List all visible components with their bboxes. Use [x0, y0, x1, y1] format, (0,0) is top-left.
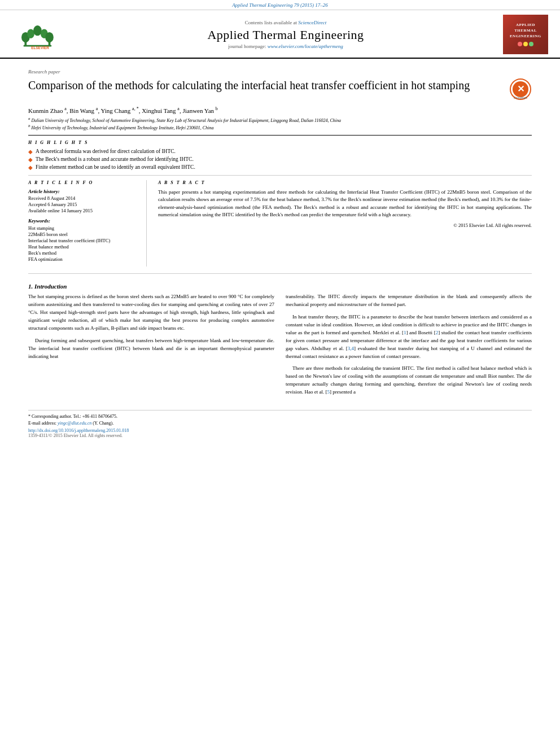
intro-section: 1. Introduction The hot stamping process…	[28, 283, 532, 401]
paper-body: Research paper Comparison of the methods…	[0, 59, 560, 444]
author-3: Ying Chang a, *,	[100, 107, 140, 114]
article-info-col: A R T I C L E I N F O Article history: R…	[28, 180, 147, 267]
ref-2[interactable]: 2	[436, 330, 439, 335]
author-2: Bin Wang a,	[69, 107, 99, 114]
svg-text:CrossMark: CrossMark	[514, 96, 528, 99]
highlight-item-1: ◆ A theoretical formula was derived for …	[28, 148, 532, 155]
ref-1[interactable]: 1	[404, 330, 406, 335]
paper-title: Comparison of the methods for calculatin…	[28, 78, 504, 93]
available-date: Available online 14 January 2015	[28, 208, 137, 213]
bullet-3: ◆	[28, 164, 33, 171]
author-1: Kunmin Zhao a,	[28, 107, 68, 114]
keyword-2: 22MnB5 boron steel	[28, 231, 137, 237]
intro-para-3: transferability. The IHTC directly impac…	[286, 293, 532, 309]
journal-thumbnail: APPLIEDTHERMALENGINEERING	[503, 15, 548, 54]
abstract-text: This paper presents a hot stamping exper…	[158, 189, 532, 219]
intro-para-4: In heat transfer theory, the IHTC is a p…	[286, 313, 532, 361]
intro-para-2: During forming and subsequent quenching,…	[28, 337, 274, 361]
science-direct-link[interactable]: ScienceDirect	[298, 20, 326, 25]
divider-3	[28, 273, 532, 274]
crossmark-area[interactable]: ✕ CrossMark	[509, 78, 532, 101]
authors-line: Kunmin Zhao a, Bin Wang a, Ying Chang a,…	[28, 106, 532, 114]
journal-header-center: Contents lists available at ScienceDirec…	[71, 20, 500, 49]
svg-text:ELSEVIER: ELSEVIER	[31, 46, 49, 50]
bullet-1: ◆	[28, 148, 33, 155]
ref-3-4[interactable]: 3,4	[348, 346, 354, 351]
journal-ref-bar: Applied Thermal Engineering 79 (2015) 17…	[0, 0, 560, 10]
journal-title: Applied Thermal Engineering	[71, 28, 500, 42]
svg-text:✕: ✕	[517, 84, 524, 94]
elsevier-logo: ELSEVIER	[18, 19, 63, 50]
journal-thumbnail-area: APPLIEDTHERMALENGINEERING	[500, 15, 551, 54]
elsevier-tree-icon: ELSEVIER	[18, 19, 63, 50]
article-info-label: A R T I C L E I N F O	[28, 180, 137, 185]
footnote-section: * Corresponding author. Tel.: +86 411 84…	[28, 410, 532, 438]
abstract-col: A B S T R A C T This paper presents a ho…	[158, 180, 532, 267]
divider-1	[28, 135, 532, 136]
intro-col-right: transferability. The IHTC directly impac…	[286, 293, 532, 401]
intro-title: 1. Introduction	[28, 283, 532, 290]
highlights-section: H I G H L I G H T S ◆ A theoretical form…	[28, 140, 532, 171]
ref-5[interactable]: 5	[327, 389, 330, 395]
keyword-3: Interfacial heat transfer coefficient (I…	[28, 238, 137, 243]
intro-two-col: The hot stamping process is defined as t…	[28, 293, 532, 401]
history-title: Article history:	[28, 189, 137, 194]
author-4: Xinghui Tang a,	[142, 107, 181, 114]
highlights-label: H I G H L I G H T S	[28, 140, 532, 145]
article-info-abstract: A R T I C L E I N F O Article history: R…	[28, 180, 532, 267]
issn-line: 1359-4311/© 2015 Elsevier Ltd. All right…	[28, 433, 532, 438]
affiliation-2: b Hefei University of Technology, Indust…	[28, 124, 532, 130]
svg-point-2	[27, 29, 34, 38]
keyword-5: Beck's method	[28, 250, 137, 256]
elsevier-logo-area: ELSEVIER	[9, 19, 71, 50]
crossmark-icon: ✕ CrossMark	[510, 78, 531, 100]
keyword-6: FEA optimization	[28, 256, 137, 262]
science-direct-line: Contents lists available at ScienceDirec…	[71, 20, 500, 25]
journal-homepage: journal homepage: www.elsevier.com/locat…	[71, 43, 500, 49]
received-date: Received 8 August 2014	[28, 195, 137, 201]
affiliation-1: a Dalian University of Technology, Schoo…	[28, 116, 532, 123]
svg-point-3	[33, 25, 42, 36]
paper-type-label: Research paper	[28, 69, 532, 75]
keywords-section: Keywords: Hot stamping 22MnB5 boron stee…	[28, 218, 137, 262]
copyright-line: © 2015 Elsevier Ltd. All rights reserved…	[158, 222, 532, 228]
footnote-email: E-mail address: yingc@dlut.edu.cn (Y. Ch…	[28, 421, 532, 426]
divider-2	[28, 175, 532, 176]
journal-homepage-link[interactable]: www.elsevier.com/locate/apthermeng	[268, 43, 343, 49]
highlight-item-3: ◆ Finite element method can be used to i…	[28, 164, 532, 171]
keywords-title: Keywords:	[28, 218, 137, 224]
keyword-4: Heat balance method	[28, 244, 137, 250]
intro-para-1: The hot stamping process is defined as t…	[28, 293, 274, 333]
footnote-corresponding: * Corresponding author. Tel.: +86 411 84…	[28, 414, 532, 419]
intro-col-left: The hot stamping process is defined as t…	[28, 293, 274, 401]
abstract-label: A B S T R A C T	[158, 180, 532, 185]
bullet-2: ◆	[28, 156, 33, 163]
journal-header: ELSEVIER Contents lists available at Sci…	[0, 10, 560, 59]
email-link[interactable]: yingc@dlut.edu.cn	[58, 421, 91, 426]
history-section: Article history: Received 8 August 2014 …	[28, 189, 137, 213]
doi-line[interactable]: http://dx.doi.org/10.1016/j.applthermale…	[28, 428, 532, 433]
author-5: Jianwen Yan b	[182, 107, 217, 114]
highlight-item-2: ◆ The Beck's method is a robust and accu…	[28, 156, 532, 163]
keyword-1: Hot stamping	[28, 225, 137, 231]
title-row: Comparison of the methods for calculatin…	[28, 78, 532, 101]
intro-para-5: There are three methods for calculating …	[286, 365, 532, 396]
accepted-date: Accepted 6 January 2015	[28, 202, 137, 207]
